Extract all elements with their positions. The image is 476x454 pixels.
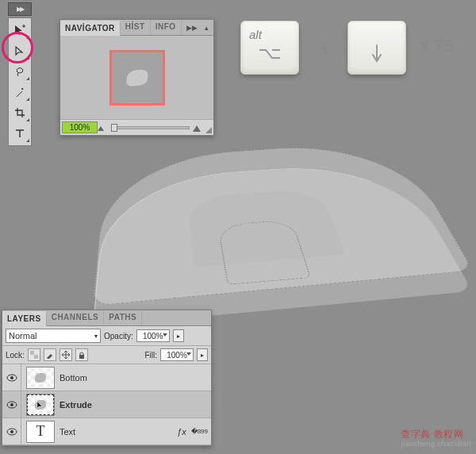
zoom-in-icon bbox=[193, 124, 201, 132]
layer-name-label[interactable]: Bottom bbox=[60, 373, 87, 383]
layer-row-extrude[interactable]: Extrude bbox=[2, 391, 211, 418]
magic-wand-tool[interactable] bbox=[9, 82, 31, 102]
zoom-in-button[interactable] bbox=[193, 124, 204, 132]
lasso-icon bbox=[14, 66, 25, 77]
fill-flyout-button[interactable]: ▸ bbox=[197, 348, 208, 361]
wand-icon bbox=[14, 87, 25, 98]
fill-label: Fill: bbox=[144, 351, 157, 360]
fill-value-text: 100% bbox=[167, 351, 187, 360]
panel-menu-button[interactable]: ▶▶ bbox=[185, 20, 199, 35]
lock-label: Lock: bbox=[6, 351, 25, 360]
layers-panel: LAYERS CHANNELS PATHS Normal ▾ Opacity: … bbox=[2, 310, 212, 446]
watermark-main: 查字典 教程网 bbox=[401, 429, 463, 440]
layer-row-bottom[interactable]: Bottom bbox=[2, 364, 211, 391]
navigator-thumbnail-shape bbox=[125, 68, 148, 87]
layer-visibility-toggle[interactable] bbox=[2, 391, 21, 417]
blend-mode-value: Normal bbox=[9, 331, 36, 340]
panel-resize-grip[interactable] bbox=[204, 121, 213, 135]
crop-icon bbox=[14, 107, 25, 118]
opacity-value-text: 100% bbox=[143, 332, 163, 340]
layers-options-row-2: Lock: Fill: 100% ▸ bbox=[2, 346, 211, 364]
move-tool[interactable] bbox=[9, 20, 31, 40]
svg-rect-3 bbox=[79, 355, 84, 359]
svg-point-0 bbox=[22, 88, 23, 89]
opacity-label: Opacity: bbox=[104, 332, 133, 340]
layer-thumbnail[interactable] bbox=[26, 394, 55, 416]
path-selection-tool[interactable] bbox=[9, 40, 31, 61]
tab-navigator[interactable]: NAVİGATOR bbox=[60, 21, 121, 36]
opacity-value-input[interactable]: 100% bbox=[136, 329, 170, 342]
navigator-view-box bbox=[109, 50, 165, 106]
zoom-out-icon bbox=[98, 125, 104, 131]
lock-all-button[interactable] bbox=[75, 348, 88, 361]
layer-name-label[interactable]: Text bbox=[60, 427, 75, 437]
navigator-footer: 100% bbox=[60, 119, 213, 135]
eye-icon bbox=[6, 374, 17, 382]
svg-point-7 bbox=[10, 403, 13, 406]
tab-paths[interactable]: PATHS bbox=[104, 310, 142, 325]
type-tool[interactable] bbox=[9, 123, 31, 144]
layer-row-text[interactable]: T Text ƒx �899 bbox=[2, 418, 211, 445]
transparency-icon bbox=[30, 351, 38, 359]
watermark-sub: jiaocheng.chazidian bbox=[401, 440, 471, 448]
move-cursor-icon bbox=[36, 400, 45, 410]
chevron-right-icon: ▶▶ bbox=[17, 6, 23, 13]
layer-name-label[interactable]: Extrude bbox=[60, 400, 92, 410]
layer-thumbnail[interactable] bbox=[26, 367, 55, 389]
keycap-alt: alt bbox=[240, 21, 299, 75]
panel-collapse-tab[interactable]: ▶▶ bbox=[8, 2, 32, 16]
tab-info[interactable]: INFO bbox=[151, 20, 182, 35]
lasso-tool[interactable] bbox=[9, 61, 31, 82]
path-selection-icon bbox=[14, 45, 25, 56]
layer-visibility-toggle[interactable] bbox=[2, 418, 21, 444]
keycap-alt-label: alt bbox=[249, 28, 262, 41]
plus-label: + bbox=[319, 36, 331, 60]
tab-layers[interactable]: LAYERS bbox=[2, 311, 47, 326]
lock-transparency-button[interactable] bbox=[28, 348, 40, 361]
svg-rect-2 bbox=[34, 355, 38, 359]
move-tool-icon bbox=[13, 24, 26, 37]
navigator-tabs: NAVİGATOR HİST INFO ▶▶ ▴ bbox=[60, 20, 213, 36]
dropdown-caret-icon: ▾ bbox=[94, 333, 98, 340]
zoom-slider-knob[interactable] bbox=[111, 124, 117, 132]
zoom-out-button[interactable] bbox=[98, 125, 109, 131]
lock-pixels-button[interactable] bbox=[44, 348, 56, 361]
layers-tabs: LAYERS CHANNELS PATHS bbox=[2, 310, 211, 326]
keycap-down-arrow bbox=[347, 21, 406, 75]
opacity-flyout-button[interactable]: ▸ bbox=[173, 329, 184, 342]
watermark: 查字典 教程网 jiaocheng.chazidian bbox=[401, 428, 471, 448]
layers-options-row-1: Normal ▾ Opacity: 100% ▸ bbox=[2, 326, 211, 346]
svg-rect-1 bbox=[30, 351, 34, 355]
type-icon bbox=[14, 128, 25, 139]
option-key-icon bbox=[258, 47, 282, 61]
move-lock-icon bbox=[62, 351, 70, 359]
layer-list: Bottom Extrude T Text ƒx �899 bbox=[2, 364, 211, 445]
svg-point-5 bbox=[10, 376, 13, 379]
repeat-count-label: x 75 bbox=[420, 36, 454, 56]
eye-icon bbox=[6, 428, 17, 436]
lock-position-button[interactable] bbox=[60, 348, 72, 361]
navigator-preview[interactable] bbox=[60, 36, 213, 119]
blend-mode-dropdown[interactable]: Normal ▾ bbox=[6, 329, 101, 343]
tab-channels[interactable]: CHANNELS bbox=[47, 310, 105, 325]
arrow-down-icon bbox=[370, 42, 384, 66]
svg-point-9 bbox=[10, 430, 13, 433]
navigator-panel: NAVİGATOR HİST INFO ▶▶ ▴ 100% bbox=[60, 19, 214, 136]
tab-history[interactable]: HİST bbox=[121, 20, 151, 35]
panel-collapse-button[interactable]: ▴ bbox=[199, 20, 213, 35]
zoom-value-input[interactable]: 100% bbox=[62, 121, 98, 133]
crop-tool[interactable] bbox=[9, 102, 31, 123]
toolbox bbox=[8, 17, 32, 146]
brush-icon bbox=[46, 351, 54, 359]
fx-expand-icon[interactable]: �899 bbox=[191, 428, 208, 435]
eye-icon bbox=[6, 401, 17, 409]
fx-indicator[interactable]: ƒx bbox=[177, 427, 186, 437]
zoom-slider[interactable] bbox=[112, 126, 190, 129]
lock-icon bbox=[78, 351, 86, 359]
fill-value-input[interactable]: 100% bbox=[160, 348, 194, 361]
layer-thumbnail[interactable]: T bbox=[26, 421, 55, 443]
layer-visibility-toggle[interactable] bbox=[2, 364, 21, 391]
